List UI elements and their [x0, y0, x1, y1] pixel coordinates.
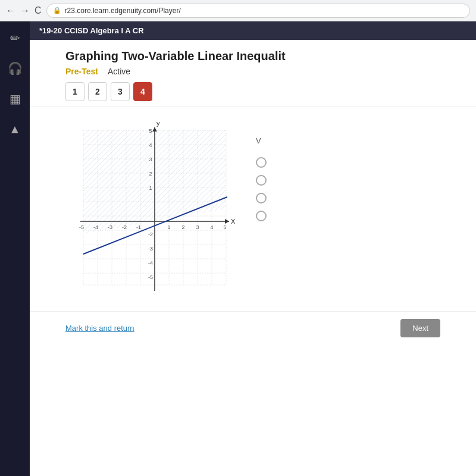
next-button[interactable]: Next — [400, 319, 440, 337]
question-btn-1[interactable]: 1 — [65, 82, 84, 101]
option-radio-4[interactable] — [256, 211, 267, 221]
svg-text:-5: -5 — [79, 224, 84, 230]
svg-text:2: 2 — [149, 171, 152, 177]
address-bar[interactable]: 🔒 r23.core.learn.edgenuity.com/Player/ — [46, 4, 470, 18]
back-button[interactable]: ← — [6, 5, 15, 16]
option-row-1 — [256, 157, 440, 168]
svg-text:-2: -2 — [122, 224, 127, 230]
option-row-2 — [256, 175, 440, 186]
page-header: Graphing Two-Variable Linear Inequalit P… — [30, 40, 476, 107]
y-axis-label: y — [156, 120, 160, 127]
question-btn-2[interactable]: 2 — [88, 82, 107, 101]
question-btn-4[interactable]: 4 — [133, 82, 152, 101]
option-radio-3[interactable] — [256, 193, 267, 203]
pre-test-label: Pre-Test — [65, 67, 98, 76]
app-container: ✏ 🎧 ▦ ▲ *19-20 CCISD Algebra I A CR Grap… — [0, 21, 476, 476]
lock-icon: 🔒 — [53, 7, 61, 14]
option-radio-1[interactable] — [256, 157, 267, 168]
sidebar-icon-pencil[interactable]: ✏ — [4, 27, 26, 49]
page-title: Graphing Two-Variable Linear Inequalit — [65, 49, 440, 63]
content-area: *19-20 CCISD Algebra I A CR Graphing Two… — [30, 21, 476, 476]
svg-text:3: 3 — [149, 156, 152, 162]
main-row: X y -5 -4 -3 -2 -1 1 2 3 4 5 — [30, 107, 476, 311]
svg-text:-3: -3 — [148, 246, 153, 252]
top-bar: *19-20 CCISD Algebra I A CR — [30, 21, 476, 40]
svg-text:-4: -4 — [148, 260, 153, 266]
question-buttons: 1 2 3 4 — [65, 82, 440, 101]
sidebar: ✏ 🎧 ▦ ▲ — [0, 21, 30, 476]
pre-test-row: Pre-Test Active — [65, 67, 440, 76]
svg-text:-5: -5 — [148, 274, 153, 280]
svg-text:-1: -1 — [136, 224, 141, 230]
svg-text:4: 4 — [210, 224, 213, 230]
course-title: *19-20 CCISD Algebra I A CR — [39, 26, 144, 35]
svg-text:2: 2 — [181, 224, 184, 230]
svg-text:5: 5 — [149, 128, 152, 134]
options-panel: V — [256, 112, 440, 305]
active-label: Active — [108, 67, 130, 76]
graph-svg: X y -5 -4 -3 -2 -1 1 2 3 4 5 — [65, 112, 244, 303]
svg-text:-3: -3 — [108, 224, 112, 230]
svg-text:3: 3 — [196, 224, 199, 230]
x-axis-label: X — [231, 218, 236, 225]
mark-return-link[interactable]: Mark this and return — [65, 324, 134, 333]
sidebar-icon-headphones[interactable]: 🎧 — [4, 58, 26, 79]
svg-text:-2: -2 — [148, 231, 153, 237]
graph-container: X y -5 -4 -3 -2 -1 1 2 3 4 5 — [65, 112, 244, 305]
option-radio-2[interactable] — [256, 175, 267, 186]
url-text: r23.core.learn.edgenuity.com/Player/ — [65, 7, 181, 15]
svg-text:5: 5 — [223, 224, 226, 230]
svg-text:-4: -4 — [93, 224, 98, 230]
svg-text:1: 1 — [167, 224, 170, 230]
forward-button[interactable]: → — [20, 5, 30, 16]
sidebar-icon-arrow[interactable]: ▲ — [4, 118, 26, 140]
svg-marker-29 — [152, 127, 157, 131]
question-btn-3[interactable]: 3 — [111, 82, 130, 101]
reload-button[interactable]: C — [35, 5, 42, 16]
sidebar-icon-calculator[interactable]: ▦ — [4, 88, 26, 109]
svg-text:4: 4 — [149, 142, 152, 148]
option-row-3 — [256, 193, 440, 203]
options-label: V — [256, 136, 440, 145]
browser-bar: ← → C 🔒 r23.core.learn.edgenuity.com/Pla… — [0, 0, 476, 21]
bottom-bar: Mark this and return Next — [30, 311, 476, 345]
svg-marker-28 — [225, 219, 229, 224]
option-row-4 — [256, 211, 440, 221]
page-content: Graphing Two-Variable Linear Inequalit P… — [30, 40, 476, 476]
svg-text:1: 1 — [149, 185, 152, 191]
